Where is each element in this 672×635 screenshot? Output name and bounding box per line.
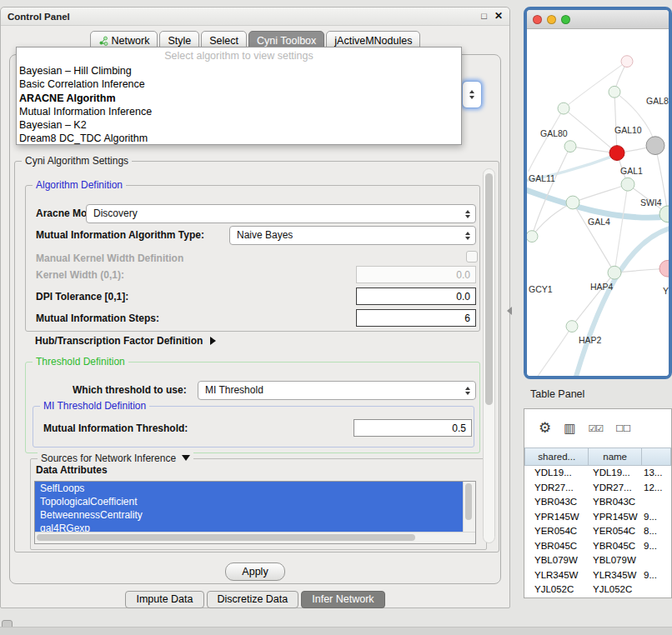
algorithm-option-dream8-dc-tdc-algorithm[interactable]: Dream8 DC_TDC Algorithm	[17, 132, 461, 145]
network-canvas[interactable]: GAL8GAL80GAL10GAL11GAL1SWI4GAL4GCY1HAP4H…	[527, 29, 669, 376]
attribute-item-selfloops[interactable]: SelfLoops	[35, 482, 464, 495]
network-node[interactable]	[621, 56, 633, 68]
algorithm-option-bayesian-k2[interactable]: Bayesian – K2	[17, 118, 461, 132]
table-row[interactable]: YPR145WYPR145W9...	[524, 510, 671, 525]
network-node[interactable]	[527, 231, 538, 242]
network-edge[interactable]	[575, 228, 669, 376]
network-node[interactable]	[609, 86, 620, 98]
table-row[interactable]: YBR043CYBR043C	[524, 495, 671, 510]
threshold-definition-group: Threshold Definition Which threshold to …	[25, 362, 480, 453]
control-panel-window: Control Panel □ ✕ NetworkStyleSelectCyni…	[0, 7, 510, 608]
table-row[interactable]: YDL19...YDL19...13...	[524, 466, 671, 481]
algorithm-option-basic-correlation-inference[interactable]: Basic Correlation Inference	[17, 78, 461, 91]
node-label-gal11: GAL11	[529, 174, 555, 183]
table-cell: YBL079W	[524, 553, 589, 568]
data-attributes-list[interactable]: SelfLoopsTopologicalCoefficientBetweenne…	[34, 481, 476, 544]
kernel-width-field[interactable]: 0.0	[356, 266, 476, 283]
attribute-item-topologicalcoefficient[interactable]: TopologicalCoefficient	[35, 495, 464, 508]
table-cell: YDL19...	[524, 466, 589, 481]
algorithm-combobox-stepper[interactable]	[462, 81, 482, 108]
attribute-item-betweennesscentrality[interactable]: BetweennessCentrality	[35, 508, 464, 522]
network-graph: GAL8GAL80GAL10GAL11GAL1SWI4GAL4GCY1HAP4H…	[527, 29, 669, 376]
tab-label: jActiveMNodules	[334, 34, 412, 48]
table-cell: YBL079W	[589, 553, 642, 568]
mi-steps-field[interactable]: 6	[356, 309, 476, 327]
float-window-icon[interactable]: □	[481, 12, 487, 21]
bottom-tab-discretize-data[interactable]: Discretize Data	[207, 591, 299, 608]
threshold-definition-title: Threshold Definition	[33, 356, 128, 368]
table-row[interactable]: YJL052CYJL052C	[524, 582, 671, 598]
minimize-traffic-light[interactable]	[547, 15, 556, 24]
data-attributes-items: SelfLoopsTopologicalCoefficientBetweenne…	[35, 482, 464, 532]
dropdown-prompt: Select algorithm to view settings	[17, 48, 461, 64]
control-panel-titlebar[interactable]: Control Panel □ ✕	[1, 8, 509, 26]
algorithm-option-mutual-information-inference[interactable]: Mutual Information Inference	[17, 105, 461, 118]
network-node[interactable]	[659, 260, 669, 277]
mi-threshold-field[interactable]: 0.5	[354, 419, 472, 437]
mi-type-select[interactable]: Naive Bayes	[229, 226, 476, 245]
table-cell: YBR045C	[524, 539, 589, 554]
bottom-bar	[0, 627, 672, 635]
network-edge[interactable]	[572, 272, 614, 326]
column-header-2[interactable]: name	[589, 448, 641, 466]
attributes-vertical-scrollbar[interactable]	[463, 482, 475, 532]
close-traffic-light[interactable]	[533, 15, 542, 24]
zoom-traffic-light[interactable]	[561, 15, 570, 24]
column-header-1[interactable]: shared...	[524, 448, 589, 466]
bottom-tabs: Impute DataDiscretize DataInfer Network	[1, 591, 509, 608]
network-edge[interactable]	[564, 62, 627, 108]
aracne-mode-select[interactable]: Discovery	[86, 204, 476, 223]
settings-scrollbar-thumb[interactable]	[485, 173, 493, 405]
node-label-gal4: GAL4	[588, 218, 610, 227]
bottom-tab-infer-network[interactable]: Infer Network	[301, 591, 384, 608]
dpi-tolerance-field[interactable]: 0.0	[356, 288, 476, 305]
table-row[interactable]: YDR27...YDR27...12...	[524, 481, 671, 496]
columns-icon[interactable]: ▥	[564, 422, 575, 435]
table-cell: YPR145W	[524, 510, 589, 525]
dropdown-items: Bayesian – Hill ClimbingBasic Correlatio…	[17, 64, 461, 146]
which-threshold-select[interactable]: MI Threshold	[198, 381, 476, 400]
network-node[interactable]	[608, 266, 621, 279]
settings-scrollbar[interactable]	[483, 168, 495, 543]
table-cell: YBR045C	[589, 539, 642, 554]
table-row[interactable]: YLR345WYLR345W9...	[524, 568, 671, 583]
table-cell: YJL052C	[524, 582, 589, 598]
close-window-icon[interactable]: ✕	[494, 12, 503, 21]
apply-button[interactable]: Apply	[225, 562, 285, 581]
stepper-icon	[462, 382, 473, 399]
table-cell: 8...	[642, 524, 671, 539]
network-node[interactable]	[566, 321, 578, 332]
network-edge[interactable]	[537, 327, 572, 376]
table-header: shared...name	[524, 448, 671, 466]
algorithm-option-aracne-algorithm[interactable]: ARACNE Algorithm	[17, 92, 461, 105]
column-header-3[interactable]	[642, 448, 671, 466]
network-node[interactable]	[609, 146, 624, 161]
attributes-horizontal-scrollbar[interactable]	[35, 532, 475, 543]
settings-gear-icon[interactable]: ⚙	[539, 422, 551, 435]
network-node[interactable]	[566, 196, 579, 209]
table-row[interactable]: YER054CYER054C8...	[524, 524, 671, 539]
manual-kernel-checkbox[interactable]	[466, 251, 478, 262]
network-edge[interactable]	[573, 184, 628, 202]
network-edge[interactable]	[614, 92, 617, 152]
hide-columns-icon[interactable]: ☐☐	[615, 422, 630, 435]
algorithm-option-bayesian-hill-climbing[interactable]: Bayesian – Hill Climbing	[17, 64, 461, 78]
combo-down-arrow-icon	[469, 96, 474, 99]
mi-threshold-group-title: MI Threshold Definition	[40, 400, 149, 412]
hub-definition-expander[interactable]: Hub/Transcription Factor Definition	[35, 335, 216, 347]
network-node[interactable]	[646, 137, 664, 155]
show-checked-columns-icon[interactable]: ☑☑	[588, 422, 603, 435]
network-node[interactable]	[621, 178, 634, 191]
bottom-tab-impute-data[interactable]: Impute Data	[125, 591, 203, 608]
table-row[interactable]: YBL079WYBL079W	[524, 553, 671, 568]
network-edge[interactable]	[529, 108, 564, 171]
manual-kernel-label: Manual Kernel Width Definition	[36, 252, 183, 264]
table-row[interactable]: YBR045CYBR045C9...	[524, 539, 671, 554]
sources-expander[interactable]: Sources for Network Inference	[38, 452, 193, 464]
network-window-titlebar[interactable]	[527, 10, 669, 29]
splitter-collapse-icon[interactable]	[507, 307, 512, 315]
combo-up-arrow-icon	[469, 90, 474, 93]
network-node[interactable]	[564, 141, 576, 152]
network-node[interactable]	[558, 102, 569, 114]
table-cell	[642, 582, 671, 598]
